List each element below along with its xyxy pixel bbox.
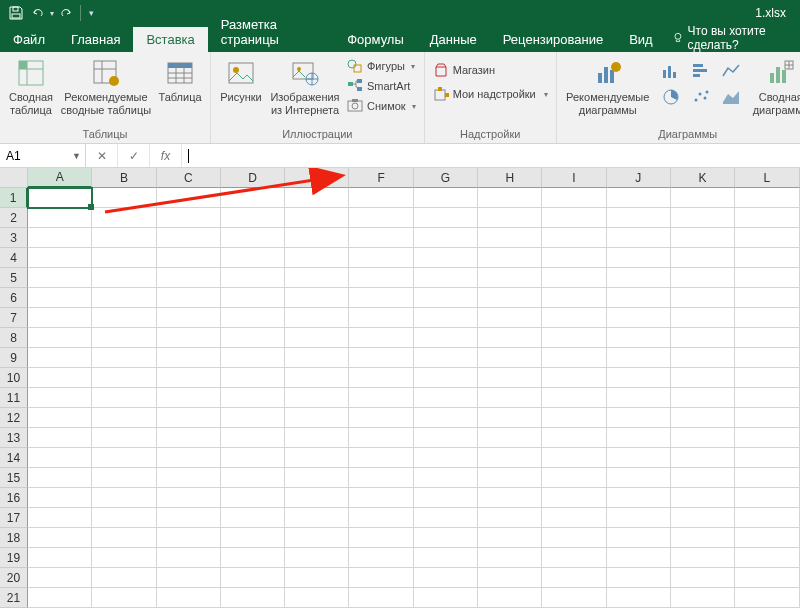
cell-L2[interactable]	[735, 208, 799, 228]
cell-F9[interactable]	[349, 348, 413, 368]
smartart-button[interactable]: SmartArt	[345, 77, 418, 95]
cell-K3[interactable]	[671, 228, 735, 248]
cell-E16[interactable]	[285, 488, 349, 508]
cell-F21[interactable]	[349, 588, 413, 608]
cell-F16[interactable]	[349, 488, 413, 508]
chart-line-icon[interactable]	[717, 59, 745, 83]
cell-F13[interactable]	[349, 428, 413, 448]
cell-L3[interactable]	[735, 228, 799, 248]
tab-review[interactable]: Рецензирование	[490, 27, 616, 52]
cell-C18[interactable]	[157, 528, 221, 548]
chart-area-icon[interactable]	[717, 85, 745, 109]
cell-L21[interactable]	[735, 588, 799, 608]
cell-I8[interactable]	[542, 328, 606, 348]
row-header-1[interactable]: 1	[0, 188, 28, 208]
cell-F10[interactable]	[349, 368, 413, 388]
cell-E14[interactable]	[285, 448, 349, 468]
cell-A18[interactable]	[28, 528, 92, 548]
tab-insert[interactable]: Вставка	[133, 27, 207, 52]
cell-I12[interactable]	[542, 408, 606, 428]
cell-C20[interactable]	[157, 568, 221, 588]
cell-F7[interactable]	[349, 308, 413, 328]
cell-A16[interactable]	[28, 488, 92, 508]
cell-G1[interactable]	[414, 188, 478, 208]
cell-G6[interactable]	[414, 288, 478, 308]
cell-G15[interactable]	[414, 468, 478, 488]
cell-K16[interactable]	[671, 488, 735, 508]
cell-I17[interactable]	[542, 508, 606, 528]
cell-J20[interactable]	[607, 568, 671, 588]
cell-A4[interactable]	[28, 248, 92, 268]
cell-E9[interactable]	[285, 348, 349, 368]
cell-K18[interactable]	[671, 528, 735, 548]
enter-formula-button[interactable]: ✓	[118, 144, 150, 167]
col-header-G[interactable]: G	[414, 168, 478, 188]
row-header-4[interactable]: 4	[0, 248, 28, 268]
cell-F5[interactable]	[349, 268, 413, 288]
cell-E15[interactable]	[285, 468, 349, 488]
cell-B10[interactable]	[92, 368, 156, 388]
col-header-D[interactable]: D	[221, 168, 285, 188]
redo-icon[interactable]	[56, 3, 76, 23]
cell-B19[interactable]	[92, 548, 156, 568]
cell-K17[interactable]	[671, 508, 735, 528]
cell-I7[interactable]	[542, 308, 606, 328]
save-icon[interactable]	[6, 3, 26, 23]
cell-A5[interactable]	[28, 268, 92, 288]
cell-F15[interactable]	[349, 468, 413, 488]
row-header-7[interactable]: 7	[0, 308, 28, 328]
cell-G18[interactable]	[414, 528, 478, 548]
col-header-K[interactable]: K	[671, 168, 735, 188]
cell-G7[interactable]	[414, 308, 478, 328]
cell-D18[interactable]	[221, 528, 285, 548]
cell-J17[interactable]	[607, 508, 671, 528]
cell-A3[interactable]	[28, 228, 92, 248]
cell-C17[interactable]	[157, 508, 221, 528]
cell-E11[interactable]	[285, 388, 349, 408]
cell-F20[interactable]	[349, 568, 413, 588]
cell-C1[interactable]	[157, 188, 221, 208]
cell-L8[interactable]	[735, 328, 799, 348]
cell-F3[interactable]	[349, 228, 413, 248]
cell-H19[interactable]	[478, 548, 542, 568]
cell-C19[interactable]	[157, 548, 221, 568]
row-header-8[interactable]: 8	[0, 328, 28, 348]
col-header-F[interactable]: F	[349, 168, 413, 188]
cell-K8[interactable]	[671, 328, 735, 348]
cell-H12[interactable]	[478, 408, 542, 428]
cell-I16[interactable]	[542, 488, 606, 508]
row-header-9[interactable]: 9	[0, 348, 28, 368]
cell-K4[interactable]	[671, 248, 735, 268]
cell-J12[interactable]	[607, 408, 671, 428]
shapes-button[interactable]: Фигуры▾	[345, 57, 418, 75]
cell-E4[interactable]	[285, 248, 349, 268]
pivot-chart-button[interactable]: Сводная диаграмма	[749, 55, 800, 126]
tab-view[interactable]: Вид	[616, 27, 666, 52]
cell-B3[interactable]	[92, 228, 156, 248]
cell-J8[interactable]	[607, 328, 671, 348]
cell-J19[interactable]	[607, 548, 671, 568]
cell-J18[interactable]	[607, 528, 671, 548]
cell-H15[interactable]	[478, 468, 542, 488]
cell-G14[interactable]	[414, 448, 478, 468]
cell-B20[interactable]	[92, 568, 156, 588]
cell-A1[interactable]	[28, 188, 92, 208]
cell-L9[interactable]	[735, 348, 799, 368]
cell-I18[interactable]	[542, 528, 606, 548]
col-header-J[interactable]: J	[607, 168, 671, 188]
cell-H18[interactable]	[478, 528, 542, 548]
cell-K19[interactable]	[671, 548, 735, 568]
cell-L4[interactable]	[735, 248, 799, 268]
cell-G11[interactable]	[414, 388, 478, 408]
qat-customize-icon[interactable]: ▾	[85, 3, 97, 23]
cell-D14[interactable]	[221, 448, 285, 468]
cell-C8[interactable]	[157, 328, 221, 348]
cell-C15[interactable]	[157, 468, 221, 488]
tab-file[interactable]: Файл	[0, 27, 58, 52]
cell-D12[interactable]	[221, 408, 285, 428]
col-header-C[interactable]: C	[157, 168, 221, 188]
cell-I14[interactable]	[542, 448, 606, 468]
cell-G10[interactable]	[414, 368, 478, 388]
cell-B6[interactable]	[92, 288, 156, 308]
cell-A6[interactable]	[28, 288, 92, 308]
